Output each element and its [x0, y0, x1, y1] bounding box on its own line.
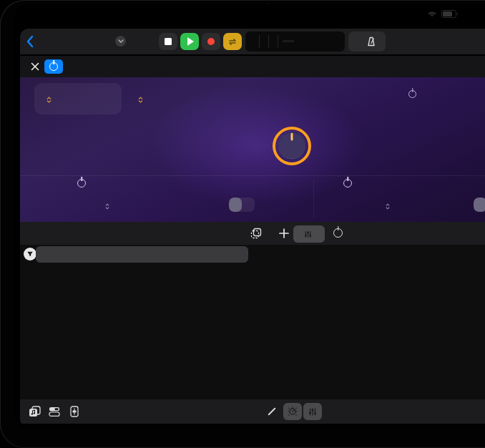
record-button[interactable]	[202, 33, 220, 50]
faders-view-button[interactable]	[303, 403, 322, 420]
chevron-updown-icon	[46, 97, 52, 103]
record-icon	[207, 38, 215, 45]
metronome-icon[interactable]	[366, 36, 376, 47]
bypass-power-button[interactable]	[408, 90, 416, 98]
knob-icon	[288, 406, 298, 417]
plugin-header	[20, 56, 485, 77]
close-icon[interactable]	[31, 62, 39, 71]
model-value	[44, 97, 52, 103]
channel-strip-icon[interactable]	[70, 406, 79, 417]
chevron-updown-icon	[138, 97, 143, 103]
level-control[interactable]	[473, 86, 485, 88]
cycle-button[interactable]	[223, 33, 242, 50]
plugin-power-button[interactable]	[44, 59, 63, 74]
stop-button[interactable]	[159, 33, 177, 50]
app-window	[20, 29, 485, 427]
cycle-loop-icon	[227, 38, 237, 46]
wifi-icon	[427, 11, 437, 18]
chevron-updown-icon	[386, 203, 390, 210]
transport-bar	[20, 29, 485, 54]
low-cut-slope[interactable]	[77, 196, 134, 210]
sliders-icon	[308, 407, 317, 417]
low-cut-resonance[interactable]	[183, 196, 223, 198]
low-cut-frequency[interactable]	[138, 196, 181, 198]
play-icon	[187, 37, 194, 46]
power-icon	[77, 179, 86, 188]
lcd-display[interactable]	[245, 31, 345, 52]
bottom-toolbar	[20, 399, 485, 424]
status-bar	[14, 4, 485, 23]
low-cut-prepost-toggle	[229, 198, 255, 212]
pre-button[interactable]	[474, 198, 485, 212]
stop-icon	[165, 38, 172, 45]
chevron-down-icon	[118, 39, 124, 43]
ipad-device	[0, 0, 485, 448]
play-button[interactable]	[180, 33, 199, 50]
battery-icon	[441, 10, 456, 18]
low-cut-power-button[interactable]	[77, 179, 86, 188]
mix-view-button[interactable]	[293, 225, 325, 243]
sliders-icon	[304, 230, 312, 238]
mixer-overview-window[interactable]	[36, 246, 248, 263]
mixer-power-button[interactable]	[333, 228, 343, 238]
mixer-toolbar	[20, 222, 485, 245]
style-select[interactable]	[126, 83, 190, 115]
pencil-icon[interactable]	[268, 407, 275, 415]
high-cut-prepost-toggle	[474, 198, 485, 212]
plugin-browser-icon[interactable]	[49, 406, 60, 417]
mixer-panel	[20, 245, 485, 399]
add-icon[interactable]	[279, 228, 289, 238]
model-select[interactable]	[34, 83, 122, 115]
count-in-group	[348, 31, 386, 52]
power-icon	[343, 179, 352, 188]
funnel-icon	[26, 250, 34, 258]
controls-view-button[interactable]	[283, 403, 302, 420]
style-value	[136, 97, 143, 103]
drive-knob[interactable]	[270, 125, 313, 167]
post-button[interactable]	[242, 198, 255, 212]
high-cut-power-button[interactable]	[343, 179, 352, 188]
duplicate-icon[interactable]	[250, 228, 262, 239]
loop-browser-icon[interactable]	[29, 406, 41, 417]
power-icon	[49, 62, 58, 71]
filter-tracks-button[interactable]	[24, 248, 36, 260]
high-cut-frequency[interactable]	[404, 196, 447, 198]
chromaglow-plugin-panel	[20, 77, 485, 222]
project-menu-button[interactable]	[115, 36, 126, 47]
pre-button[interactable]	[229, 198, 242, 212]
back-chevron-icon[interactable]	[26, 35, 34, 48]
power-icon	[333, 228, 343, 238]
screen	[14, 4, 485, 427]
chevron-updown-icon	[105, 203, 109, 210]
power-icon	[408, 90, 416, 98]
